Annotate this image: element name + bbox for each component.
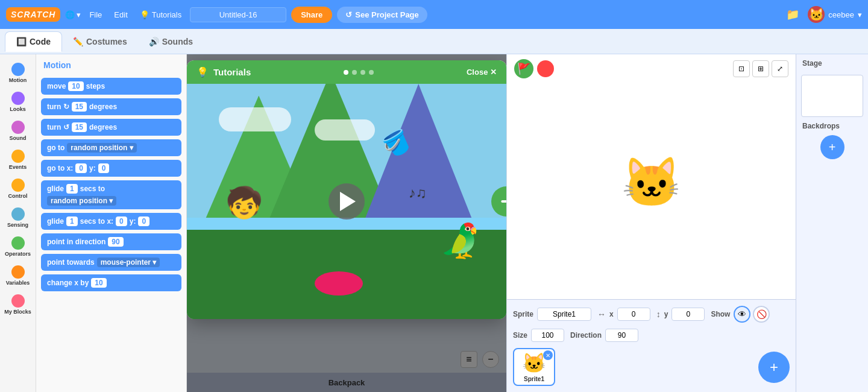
- tutorial-dot-0[interactable]: [344, 70, 348, 75]
- stop-button[interactable]: [537, 60, 554, 77]
- share-button[interactable]: Share: [291, 7, 332, 23]
- refresh-icon: ↺: [345, 10, 352, 19]
- block-change-x[interactable]: change x by 10: [41, 274, 181, 291]
- block-point-towards[interactable]: point towards mouse-pointer ▾: [41, 254, 181, 271]
- sprite-x-input[interactable]: [617, 308, 650, 321]
- stage-controls: 🚩 ⊡ ⊞ ⤢: [507, 59, 796, 78]
- sidebar-item-myblocks[interactable]: My Blocks: [1, 291, 35, 318]
- tab-sounds[interactable]: 🔊 Sounds: [138, 32, 204, 51]
- sprite-size-group: Size: [513, 329, 564, 342]
- top-navigation: SCRATCH 🌐 ▾ File Edit 💡 Tutorials Share …: [0, 0, 868, 29]
- scene-cloud-1: [219, 107, 291, 131]
- tutorial-overlay: 💡 Tutorials Close ✕: [187, 54, 506, 392]
- sidebar-item-operators[interactable]: Operators: [1, 233, 35, 261]
- add-backdrop-button[interactable]: +: [820, 135, 844, 159]
- costumes-tab-icon: ✏️: [73, 37, 83, 46]
- scene-bird: 🦜: [439, 221, 481, 261]
- right-panel: 🚩 ⊡ ⊞ ⤢ 🐱 Sprite ↔: [506, 54, 796, 392]
- sprite-label: Sprite: [513, 310, 533, 318]
- sidebar-item-sensing[interactable]: Sensing: [1, 204, 35, 232]
- show-visible-button[interactable]: 👁: [734, 306, 750, 323]
- y-arrow-icon: ↕: [656, 309, 661, 319]
- main-area: Motion Looks Sound Events Control Sensin…: [0, 54, 868, 392]
- user-menu[interactable]: 🐱 ceebee ▾: [808, 6, 862, 23]
- globe-dropdown-icon: ▾: [77, 10, 81, 19]
- motion-dot: [11, 63, 25, 76]
- tabs-row: 🔲 Code ✏️ Costumes 🔊 Sounds: [0, 29, 868, 54]
- sprite-show-group: Show 👁 🚫: [711, 306, 770, 323]
- tab-costumes[interactable]: ✏️ Costumes: [62, 32, 138, 51]
- scene-cloud-2: [315, 119, 375, 141]
- tutorial-content[interactable]: 🧒 🦜 🪣 ♪♫ ➜: [187, 84, 506, 319]
- sprite-thumb-label: Sprite1: [524, 376, 544, 382]
- backdrops-label: Backdrops: [796, 119, 868, 133]
- size-label: Size: [513, 331, 527, 340]
- block-turn-ccw[interactable]: turn ↺ 15 degrees: [41, 119, 181, 136]
- see-project-button[interactable]: ↺ See Project Page: [337, 7, 427, 23]
- tutorial-close-button[interactable]: Close ✕: [467, 68, 497, 77]
- edit-menu[interactable]: Edit: [110, 10, 131, 19]
- sidebar-item-events[interactable]: Events: [1, 146, 35, 174]
- direction-label: Direction: [570, 331, 602, 340]
- tutorials-menu[interactable]: 💡 Tutorials: [136, 10, 185, 19]
- sprite-direction-input[interactable]: [605, 329, 638, 342]
- sidebar-item-variables[interactable]: Variables: [1, 262, 35, 289]
- block-glide-xy[interactable]: glide 1 secs to x: 0 y: 0: [41, 213, 181, 230]
- tutorial-lightbulb-icon: 💡: [197, 66, 209, 78]
- normal-stage-button[interactable]: ⊞: [752, 60, 769, 77]
- block-categories: Motion Looks Sound Events Control Sensin…: [0, 54, 36, 392]
- portfolio-icon-button[interactable]: 📁: [782, 8, 803, 21]
- add-backdrop-icon: +: [829, 141, 836, 154]
- scene-character: 🧒: [225, 185, 263, 220]
- sprite-size-input[interactable]: [531, 329, 564, 342]
- sensing-dot: [11, 207, 25, 221]
- tutorial-title-area: 💡 Tutorials: [197, 66, 251, 78]
- green-flag-button[interactable]: 🚩: [514, 59, 533, 78]
- stage-scratch-cat: 🐱: [621, 154, 682, 211]
- block-turn-cw[interactable]: turn ↻ 15 degrees: [41, 98, 181, 115]
- sidebar-item-control[interactable]: Control: [1, 175, 35, 203]
- tutorials-bulb-icon: 💡: [140, 10, 149, 19]
- sprites-row: ✕ 🐱 Sprite1 +: [513, 348, 790, 386]
- add-sprite-icon: +: [770, 359, 778, 376]
- sprite-thumb-sprite1[interactable]: ✕ 🐱 Sprite1: [513, 348, 555, 386]
- stage-area: 🚩 ⊡ ⊞ ⤢ 🐱: [507, 54, 796, 299]
- tab-code[interactable]: 🔲 Code: [5, 31, 62, 52]
- show-hidden-button[interactable]: 🚫: [753, 306, 770, 323]
- tutorial-dot-1[interactable]: [352, 70, 357, 75]
- file-menu[interactable]: File: [86, 10, 105, 19]
- block-glide-random[interactable]: glide 1 secs to random position ▾: [41, 180, 181, 209]
- sidebar-item-sound[interactable]: Sound: [1, 117, 35, 145]
- sprite-x-group: ↔ x: [597, 308, 650, 321]
- sprite-y-input[interactable]: [671, 308, 705, 321]
- block-goto-xy[interactable]: go to x: 0 y: 0: [41, 160, 181, 177]
- editor-area: 🐱 💡 Tutorials Close ✕: [187, 54, 506, 392]
- tutorial-dot-3[interactable]: [369, 70, 374, 75]
- play-triangle-icon: [340, 192, 356, 211]
- sidebar-item-looks[interactable]: Looks: [1, 88, 35, 116]
- language-selector[interactable]: 🌐 ▾: [65, 10, 81, 19]
- block-goto-random[interactable]: go to random position ▾: [41, 139, 181, 156]
- tutorial-play-button[interactable]: [329, 183, 365, 220]
- block-move[interactable]: move 10 steps: [41, 78, 181, 95]
- tutorial-dot-2[interactable]: [360, 70, 365, 75]
- small-stage-button[interactable]: ⊡: [733, 60, 750, 77]
- tutorial-title: Tutorials: [213, 67, 251, 77]
- fullscreen-button[interactable]: ⤢: [772, 60, 788, 77]
- code-tab-icon: 🔲: [16, 37, 27, 46]
- sidebar-item-motion[interactable]: Motion: [1, 59, 35, 87]
- blocks-panel: Motion move 10 steps turn ↻ 15 degrees t…: [36, 54, 187, 392]
- show-buttons: 👁 🚫: [734, 306, 770, 323]
- stage-mini-preview[interactable]: [801, 75, 863, 117]
- project-title-input[interactable]: [190, 7, 286, 22]
- sprite-name-input[interactable]: [537, 308, 591, 321]
- sprite-y-group: ↕ y: [656, 308, 705, 321]
- blocks-panel-title: Motion: [41, 60, 181, 70]
- sprite-delete-button[interactable]: ✕: [543, 350, 553, 360]
- add-sprite-button[interactable]: +: [758, 352, 790, 383]
- green-flag-icon: 🚩: [517, 62, 530, 75]
- sprite-name-group: Sprite: [513, 308, 591, 321]
- scratch-logo[interactable]: SCRATCH: [6, 7, 60, 22]
- block-point-direction[interactable]: point in direction 90: [41, 233, 181, 250]
- stage-view-buttons: ⊡ ⊞ ⤢: [733, 60, 788, 77]
